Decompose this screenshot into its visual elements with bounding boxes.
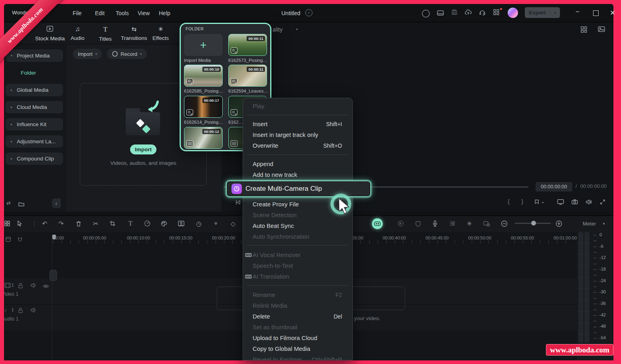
zoom-slider-handle[interactable] — [531, 221, 536, 226]
apps-grid-icon[interactable] — [493, 9, 499, 17]
menu-help[interactable]: Help — [159, 10, 170, 16]
tab-transitions[interactable]: ⇆ Transitions — [121, 26, 147, 41]
menu-edit[interactable]: Edit — [95, 10, 105, 16]
motion-blur-icon[interactable] — [396, 219, 405, 228]
clip-name: 6162573_Posing Gard... — [228, 58, 268, 63]
mark-out-icon[interactable]: } — [521, 198, 523, 205]
menu-item-insert-target-track[interactable]: Insert in target track only — [243, 129, 352, 140]
sidebar-item-project-media[interactable]: ▾ Project Media — [6, 49, 63, 62]
menu-view[interactable]: View — [138, 10, 150, 16]
export-chevron-icon[interactable]: ▾ — [550, 11, 560, 15]
multicam-toolbar-icon[interactable] — [372, 218, 383, 229]
menu-item-copy-to-global-media[interactable]: Copy to Global Media — [243, 343, 352, 354]
mark-in-icon[interactable]: { — [508, 198, 510, 205]
menu-file[interactable]: File — [73, 10, 82, 16]
track-resize-handle[interactable] — [49, 270, 57, 281]
marker-shield-icon[interactable] — [413, 219, 423, 228]
menu-item-auto-beat-sync[interactable]: Auto Beat Sync — [243, 220, 352, 231]
record-dropdown-button[interactable]: Record ▾ — [107, 49, 147, 59]
image-view-icon[interactable] — [598, 26, 605, 32]
menu-tools[interactable]: Tools — [116, 10, 129, 16]
support-headset-icon[interactable] — [479, 9, 486, 17]
snap-icon[interactable] — [18, 236, 22, 243]
render-preview-icon[interactable] — [482, 219, 491, 228]
save-icon[interactable] — [451, 9, 457, 17]
previous-frame-icon[interactable] — [235, 200, 241, 205]
current-timecode[interactable]: 00:00:00:00 — [536, 182, 572, 192]
zoom-in-icon[interactable] — [554, 219, 564, 228]
track-options-icon[interactable] — [6, 236, 11, 243]
sidebar-item-adjustment-layer[interactable]: ▸ Adjustment La... — [6, 135, 63, 148]
menu-item-add-to-new-track[interactable]: Add to new track — [243, 169, 352, 180]
mute-icon[interactable] — [30, 283, 37, 290]
text-tool-icon[interactable]: T — [126, 219, 135, 228]
color-palette-icon[interactable] — [159, 219, 169, 228]
audio-mixer-icon[interactable] — [447, 219, 457, 228]
meter-collapse-icon[interactable]: ▲ — [602, 222, 605, 225]
quality-dropdown[interactable]: ality — [273, 26, 283, 33]
sidebar-item-global-media[interactable]: ▸ Global Media — [6, 84, 63, 96]
mute-icon[interactable] — [30, 307, 37, 315]
export-button[interactable]: Export ▾ — [525, 7, 560, 18]
snapshot-camera-icon[interactable] — [572, 199, 578, 204]
display-icon[interactable] — [557, 199, 564, 205]
import-button[interactable]: Import — [130, 144, 156, 154]
clip-thumbnail[interactable]: 00:00:17 p — [184, 96, 223, 118]
maximize-button[interactable] — [593, 10, 599, 16]
keyframe-icon[interactable]: ◇ — [228, 219, 238, 228]
fullscreen-icon[interactable] — [600, 199, 605, 205]
clip-thumbnail[interactable]: 00:00:11 p — [228, 65, 267, 87]
tab-audio[interactable]: ♫ Audio — [71, 26, 85, 41]
motion-track-icon[interactable]: ⌖ — [211, 219, 221, 228]
menu-item-insert[interactable]: InsertShift+I — [243, 119, 352, 129]
sidebar-item-compound-clip[interactable]: ▸ Compound Clip — [6, 152, 63, 165]
tab-effects[interactable]: ✳ Effects — [152, 26, 169, 41]
crop-icon[interactable] — [108, 219, 117, 228]
marker-icon[interactable] — [534, 199, 540, 205]
lock-icon[interactable] — [18, 283, 24, 290]
panel-layout-icon[interactable] — [437, 10, 444, 17]
menu-item-delete[interactable]: DeleteDel — [243, 311, 352, 322]
menu-item-overwrite[interactable]: OverwriteShift+O — [243, 140, 352, 151]
import-media-tile[interactable]: + — [184, 34, 223, 56]
split-scissors-icon[interactable]: ✂ — [91, 219, 101, 228]
tab-stock-media[interactable]: Stock Media — [35, 26, 65, 42]
avatar[interactable] — [508, 8, 518, 18]
menu-item-create-multicamera-clip[interactable]: Create Multi-Camera Clip — [226, 180, 371, 197]
sidebar-item-folder[interactable]: Folder — [21, 70, 36, 76]
render-timer-icon[interactable]: ◷ — [194, 219, 204, 228]
speed-ramping-icon[interactable] — [142, 219, 152, 228]
grid-view-icon[interactable] — [581, 26, 587, 33]
mask-icon[interactable] — [176, 219, 186, 228]
toolbar-layout-icon[interactable] — [2, 219, 12, 228]
clip-thumbnail[interactable]: 00:00:10 p — [184, 65, 223, 87]
close-button[interactable]: ✕ — [610, 9, 615, 17]
undo-icon[interactable]: ↶ — [40, 219, 49, 228]
redo-icon[interactable]: ↷ — [56, 219, 66, 228]
chevron-down-icon[interactable]: ▾ — [542, 201, 544, 204]
auto-enhance-icon[interactable]: ✳ — [465, 219, 474, 228]
cloud-upload-icon[interactable] — [465, 10, 472, 17]
menu-item-upload-filmora-cloud[interactable]: Upload to Filmora Cloud — [243, 332, 352, 343]
zoom-out-icon[interactable] — [499, 219, 509, 228]
delete-icon[interactable] — [74, 219, 83, 228]
sidebar-item-cloud-media[interactable]: ▸ Cloud Media — [6, 101, 63, 113]
menu-item-append[interactable]: Append — [243, 158, 352, 169]
sort-icon[interactable]: ⇄ — [6, 200, 11, 206]
collapse-sidebar-button[interactable]: ‹ — [52, 198, 61, 208]
new-folder-icon[interactable] — [18, 201, 24, 208]
sidebar-item-influence-kit[interactable]: ▸ Influence Kit — [6, 118, 63, 131]
chevron-down-icon[interactable]: ▾ — [296, 28, 298, 31]
clip-thumbnail[interactable]: 00:00:11 p — [228, 34, 267, 56]
select-tool-icon[interactable] — [15, 219, 24, 228]
lock-icon[interactable] — [18, 307, 24, 315]
import-dropdown-button[interactable]: Import ▾ — [73, 49, 102, 59]
voiceover-mic-icon[interactable] — [430, 219, 440, 228]
volume-icon[interactable] — [585, 199, 592, 205]
hide-track-eye-icon[interactable] — [43, 283, 49, 290]
clip-thumbnail[interactable]: 00:00:12 — [184, 127, 223, 149]
focus-mode-icon[interactable] — [422, 10, 430, 18]
tab-titles[interactable]: T Titles — [99, 26, 112, 42]
minimize-button[interactable]: − — [576, 8, 579, 16]
caret-right-icon: ▸ — [11, 140, 12, 143]
